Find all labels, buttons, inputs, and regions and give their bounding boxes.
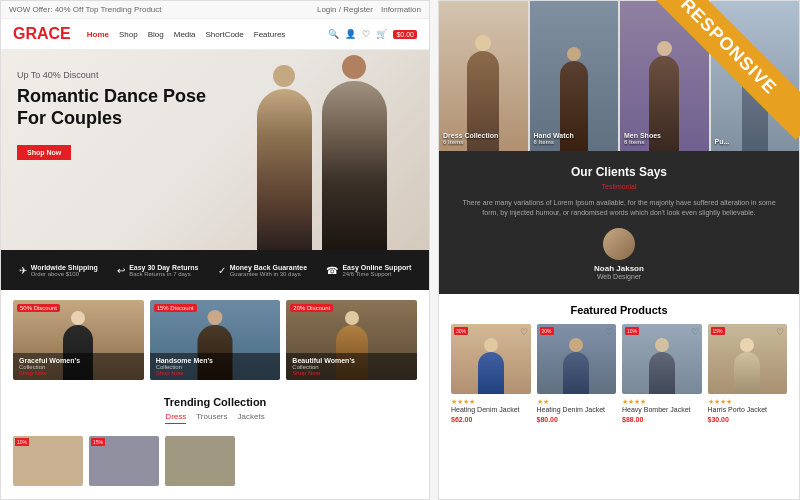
nav-icons: 🔍 👤 ♡ 🛒 $0.00: [328, 29, 417, 39]
responsive-label: RESPONSIVE: [640, 0, 800, 140]
nav-media[interactable]: Media: [174, 30, 196, 39]
desktop-mockup: WOW Offer: 40% Off Top Trending Product …: [0, 0, 430, 500]
navigation: GRACE Home Shop Blog Media ShortCode Fea…: [1, 19, 429, 50]
hero-section: Up To 40% Discount Romantic Dance Pose F…: [1, 50, 429, 250]
nav-links: Home Shop Blog Media ShortCode Features: [87, 30, 286, 39]
wishlist-icon-3[interactable]: ♡: [691, 327, 699, 337]
product-name-4: Harris Porto Jacket: [708, 406, 788, 414]
cart-amount[interactable]: $0.00: [393, 30, 417, 39]
product-price-3: $88.00: [622, 416, 702, 423]
products-grid: 30% ♡ ★★★★ Heating Denim Jacket $62.00 2…: [451, 324, 787, 423]
returns-sub: Back Returns in 7 days: [129, 271, 198, 277]
featured-title: Featured Products: [451, 304, 787, 316]
testimonial-section: Our Clients Says Testimonial There are m…: [439, 151, 799, 294]
top-bar-offer: WOW Offer: 40% Off Top Trending Product: [9, 5, 162, 14]
product-price-4: $30.00: [708, 416, 788, 423]
col2-label: Handsome Men's: [156, 357, 275, 364]
col2-btn[interactable]: Shop Now: [156, 370, 275, 376]
fashion-dress-label: Dress Collection 6 Items: [443, 132, 498, 145]
top-bar-login[interactable]: Login / Register: [317, 5, 373, 14]
product-price-1: $62.00: [451, 416, 531, 423]
returns-title: Easy 30 Day Returns: [129, 264, 198, 271]
product-price-2: $80.00: [537, 416, 617, 423]
testimonial-text: There are many variations of Lorem Ipsum…: [459, 198, 779, 218]
collection-overlay-3: Beautiful Women's Collection Shop Now: [286, 353, 417, 380]
hero-content: Up To 40% Discount Romantic Dance Pose F…: [17, 70, 206, 160]
returns-icon: ↩: [117, 265, 125, 276]
wishlist-icon-4[interactable]: ♡: [776, 327, 784, 337]
wishlist-icon-2[interactable]: ♡: [605, 327, 613, 337]
user-icon[interactable]: 👤: [345, 29, 356, 39]
testimonial-role: Web Designer: [459, 273, 779, 280]
guarantee-title: Money Back Guarantee: [230, 264, 307, 271]
nav-blog[interactable]: Blog: [148, 30, 164, 39]
top-bar: WOW Offer: 40% Off Top Trending Product …: [1, 1, 429, 19]
product-img-4: 15% ♡: [708, 324, 788, 394]
product-stars-4: ★★★★: [708, 398, 788, 406]
product-stars-3: ★★★★: [622, 398, 702, 406]
cart-icon[interactable]: 🛒: [376, 29, 387, 39]
product-badge-3: 10%: [625, 327, 639, 335]
testimonial-subtitle: Testimonial: [459, 183, 779, 190]
nav-home[interactable]: Home: [87, 30, 109, 39]
guarantee-sub: Guarantee With in 30 days: [230, 271, 307, 277]
feature-guarantee: ✓ Money Back Guarantee Guarantee With in…: [218, 264, 307, 277]
features-bar: ✈ Worldwide Shipping Order above $100 ↩ …: [1, 250, 429, 290]
discount-tag-2: 15% Discount: [154, 304, 197, 312]
featured-section: Featured Products 30% ♡ ★★★★ Heating Den…: [439, 294, 799, 433]
product-card-4: 15% ♡ ★★★★ Harris Porto Jacket $30.00: [708, 324, 788, 423]
col1-label: Graceful Women's: [19, 357, 138, 364]
fashion-dress: Dress Collection 6 Items: [439, 1, 528, 151]
collection-overlay-2: Handsome Men's Collection Shop Now: [150, 353, 281, 380]
site-logo[interactable]: GRACE: [13, 25, 71, 43]
testimonial-title: Our Clients Says: [459, 165, 779, 179]
collection-overlay-1: Graceful Women's Collection Shop Now: [13, 353, 144, 380]
product-name-3: Heavy Bomber Jacket: [622, 406, 702, 414]
feature-support: ☎ Easy Online Support 24/6 Time Support: [326, 264, 411, 277]
testimonial-avatar: [603, 228, 635, 260]
hero-subtitle: Up To 40% Discount: [17, 70, 206, 80]
product-badge-1: 30%: [454, 327, 468, 335]
support-title: Easy Online Support: [342, 264, 411, 271]
search-icon[interactable]: 🔍: [328, 29, 339, 39]
col1-btn[interactable]: Shop Now: [19, 370, 138, 376]
collection-men[interactable]: 15% Discount Handsome Men's Collection S…: [150, 300, 281, 380]
trending-title: Trending Collection: [13, 396, 417, 408]
product-card-3: 10% ♡ ★★★★ Heavy Bomber Jacket $88.00: [622, 324, 702, 423]
hero-title: Romantic Dance Pose For Couples: [17, 86, 206, 129]
collection-women[interactable]: 50% Discount Graceful Women's Collection…: [13, 300, 144, 380]
trending-items: 10% 15%: [1, 430, 429, 486]
product-name-1: Heating Denim Jacket: [451, 406, 531, 414]
col3-btn[interactable]: Shop Now: [292, 370, 411, 376]
guarantee-icon: ✓: [218, 265, 226, 276]
nav-shop[interactable]: Shop: [119, 30, 138, 39]
product-stars-1: ★★★★: [451, 398, 531, 406]
shipping-icon: ✈: [19, 265, 27, 276]
product-stars-2: ★★: [537, 398, 617, 406]
support-icon: ☎: [326, 265, 338, 276]
nav-shortcode[interactable]: ShortCode: [206, 30, 244, 39]
product-card-2: 20% ♡ ★★ Heating Denim Jacket $80.00: [537, 324, 617, 423]
product-name-2: Heating Denim Jacket: [537, 406, 617, 414]
tab-jackets[interactable]: Jackets: [238, 412, 265, 424]
fashion-watch: Hand Watch 6 Items: [530, 1, 619, 151]
collection-beautiful[interactable]: 20% Discount Beautiful Women's Collectio…: [286, 300, 417, 380]
feature-returns: ↩ Easy 30 Day Returns Back Returns in 7 …: [117, 264, 198, 277]
testimonial-name: Noah Jakson: [459, 264, 779, 273]
nav-features[interactable]: Features: [254, 30, 286, 39]
product-badge-2: 20%: [540, 327, 554, 335]
shop-now-button[interactable]: Shop Now: [17, 145, 71, 160]
top-bar-info[interactable]: Information: [381, 5, 421, 14]
product-img-2: 20% ♡: [537, 324, 617, 394]
wishlist-icon-1[interactable]: ♡: [520, 327, 528, 337]
collections-section: 50% Discount Graceful Women's Collection…: [1, 290, 429, 390]
responsive-banner: RESPONSIVE: [640, 0, 800, 160]
shipping-sub: Order above $100: [31, 271, 98, 277]
trending-tabs: Dress Trousers Jackets: [13, 412, 417, 424]
tab-dress[interactable]: Dress: [165, 412, 186, 424]
shipping-title: Worldwide Shipping: [31, 264, 98, 271]
tab-trousers[interactable]: Trousers: [196, 412, 227, 424]
fashion-watch-label: Hand Watch 6 Items: [534, 132, 574, 145]
support-sub: 24/6 Time Support: [342, 271, 411, 277]
wishlist-icon[interactable]: ♡: [362, 29, 370, 39]
